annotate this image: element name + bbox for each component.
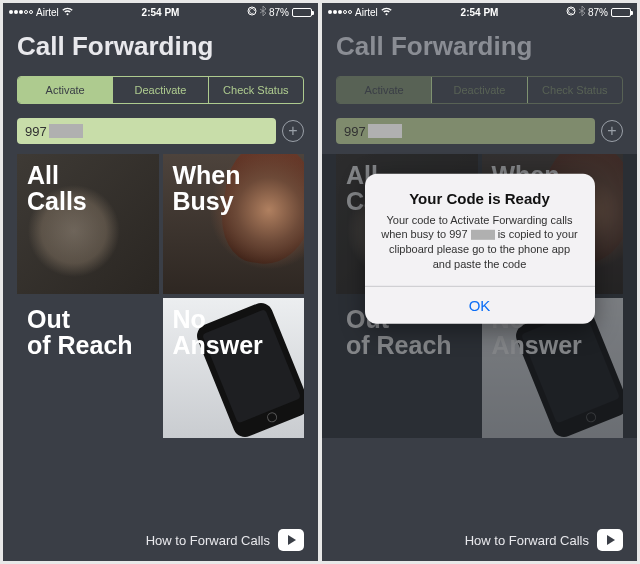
tab-check-status[interactable]: Check Status xyxy=(208,77,303,103)
alert-ok-button[interactable]: OK xyxy=(365,287,595,324)
options-grid: AllCalls WhenBusy Outof Reach NoAnswer xyxy=(17,154,304,438)
battery-percent: 87% xyxy=(588,7,608,18)
orientation-lock-icon xyxy=(566,6,576,18)
page-title: Call Forwarding xyxy=(322,21,637,76)
add-number-button[interactable]: + xyxy=(282,120,304,142)
wifi-icon xyxy=(381,7,392,18)
how-to-link[interactable]: How to Forward Calls xyxy=(146,533,270,548)
phone-left: Airtel 2:54 PM 87% Call Forwarding Activ… xyxy=(3,3,318,561)
alert-masked-number xyxy=(471,230,495,240)
alert-title: Your Code is Ready xyxy=(379,189,581,206)
play-icon[interactable] xyxy=(597,529,623,551)
battery-icon xyxy=(611,8,631,17)
tab-activate[interactable]: Activate xyxy=(18,77,112,103)
tile-no-answer[interactable]: NoAnswer xyxy=(163,298,305,438)
tile-all-calls-label: AllCalls xyxy=(17,154,97,223)
segmented-control: Activate Deactivate Check Status xyxy=(17,76,304,104)
status-time: 2:54 PM xyxy=(461,7,499,18)
tile-all-calls[interactable]: AllCalls xyxy=(17,154,159,294)
alert-dialog: Your Code is Ready Your code to Activate… xyxy=(365,173,595,323)
status-time: 2:54 PM xyxy=(142,7,180,18)
tile-when-busy-label: WhenBusy xyxy=(163,154,251,223)
status-bar: Airtel 2:54 PM 87% xyxy=(3,3,318,21)
tile-out-of-reach[interactable]: Outof Reach xyxy=(17,298,159,438)
add-number-button[interactable]: + xyxy=(601,120,623,142)
tab-deactivate[interactable]: Deactivate xyxy=(431,77,526,103)
signal-dots-icon xyxy=(9,10,33,14)
bluetooth-icon xyxy=(260,6,266,18)
phone-number-row: 997 + xyxy=(336,118,623,144)
phone-number-input[interactable]: 997 xyxy=(17,118,276,144)
orientation-lock-icon xyxy=(247,6,257,18)
segmented-control: Activate Deactivate Check Status xyxy=(336,76,623,104)
phone-number-masked xyxy=(49,124,83,138)
footer: How to Forward Calls xyxy=(322,519,637,561)
phone-number-masked xyxy=(368,124,402,138)
phone-number-row: 997 + xyxy=(17,118,304,144)
phone-number-input[interactable]: 997 xyxy=(336,118,595,144)
signal-dots-icon xyxy=(328,10,352,14)
wifi-icon xyxy=(62,7,73,18)
tab-activate[interactable]: Activate xyxy=(337,77,431,103)
battery-percent: 87% xyxy=(269,7,289,18)
status-bar: Airtel 2:54 PM 87% xyxy=(322,3,637,21)
how-to-link[interactable]: How to Forward Calls xyxy=(465,533,589,548)
bluetooth-icon xyxy=(579,6,585,18)
tab-check-status[interactable]: Check Status xyxy=(527,77,622,103)
alert-message: Your code to Activate Forwarding calls w… xyxy=(379,212,581,271)
play-icon[interactable] xyxy=(278,529,304,551)
carrier-label: Airtel xyxy=(36,7,59,18)
tile-when-busy[interactable]: WhenBusy xyxy=(163,154,305,294)
battery-icon xyxy=(292,8,312,17)
tile-out-of-reach-label: Outof Reach xyxy=(17,298,143,367)
footer: How to Forward Calls xyxy=(3,519,318,561)
phone-right: Airtel 2:54 PM 87% Call Forwarding Activ… xyxy=(322,3,637,561)
page-title: Call Forwarding xyxy=(3,21,318,76)
tab-deactivate[interactable]: Deactivate xyxy=(112,77,207,103)
phone-number-value: 997 xyxy=(344,124,366,139)
carrier-label: Airtel xyxy=(355,7,378,18)
phone-number-value: 997 xyxy=(25,124,47,139)
tile-no-answer-label: NoAnswer xyxy=(163,298,273,367)
